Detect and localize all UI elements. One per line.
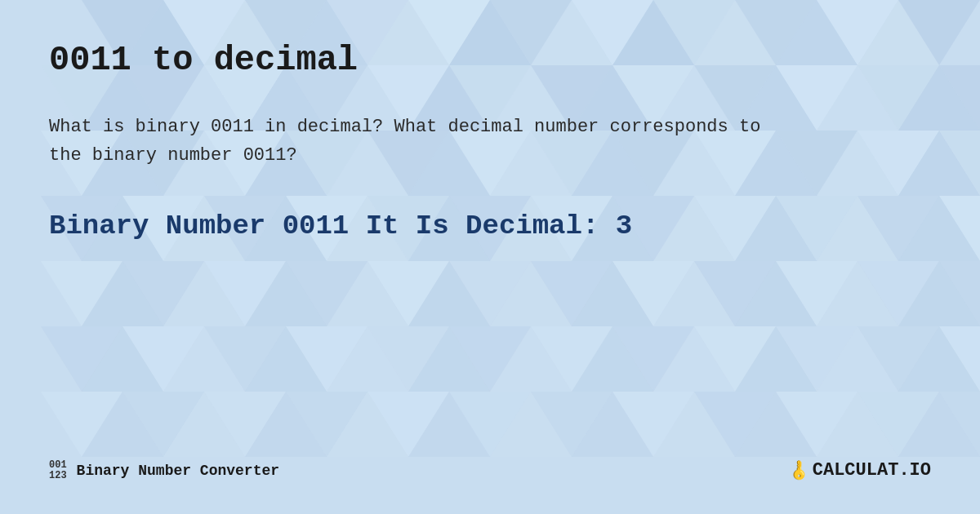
brand-name: Binary Number Converter — [77, 463, 279, 479]
logo-text: CALCULAT.IO — [813, 460, 931, 481]
description-text: What is binary 0011 in decimal? What dec… — [49, 113, 784, 170]
footer-logo: 🔑 CALCULAT.IO — [790, 460, 931, 481]
binary-icon: 001 123 — [49, 460, 67, 481]
result-section: Binary Number 0011 It Is Decimal: 3 — [49, 210, 931, 241]
result-text: Binary Number 0011 It Is Decimal: 3 — [49, 210, 931, 241]
footer: 001 123 Binary Number Converter 🔑 CALCUL… — [49, 444, 931, 481]
main-content: 0011 to decimal What is binary 0011 in d… — [49, 41, 931, 444]
description-part1: What is binary 0011 in decimal? — [49, 117, 383, 137]
binary-icon-top: 001 — [49, 460, 67, 471]
footer-brand: 001 123 Binary Number Converter — [49, 460, 279, 481]
page-title: 0011 to decimal — [49, 41, 931, 80]
calculat-logo: 🔑 CALCULAT.IO — [790, 460, 931, 481]
key-icon: 🔑 — [786, 458, 811, 483]
binary-icon-bottom: 123 — [49, 471, 67, 481]
